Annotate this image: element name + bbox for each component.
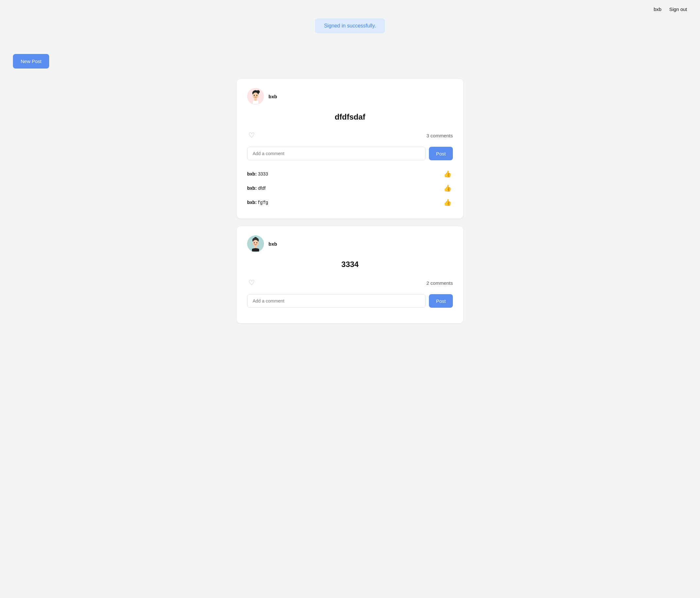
comment-item: bxb: dfdf 👍 — [247, 181, 453, 195]
like-button[interactable]: ♡ — [247, 131, 256, 140]
post-title: 3334 — [247, 260, 453, 269]
svg-point-9 — [254, 237, 257, 239]
avatar-svg — [248, 88, 263, 104]
post-card: bxb dfdfsdaf ♡ 3 comments Post — [237, 79, 463, 218]
avatar — [247, 88, 264, 105]
svg-point-3 — [253, 93, 258, 99]
avatar-image — [247, 88, 264, 105]
page-wrapper: bxb Sign out Signed in successfully. New… — [0, 0, 700, 598]
header-username: bxb — [654, 6, 661, 12]
comment-input[interactable] — [247, 294, 426, 308]
comment-item: bxb: 3333 👍 — [247, 167, 453, 181]
header: bxb Sign out — [0, 0, 700, 19]
comment-text: bxb: 3333 — [247, 171, 268, 177]
thumbsup-button[interactable]: 👍 — [442, 184, 453, 193]
like-button[interactable]: ♡ — [247, 278, 256, 288]
post-author-name: bxb — [269, 241, 277, 246]
comment-author: bxb: — [247, 171, 257, 177]
post-actions-row: ♡ 2 comments — [247, 278, 453, 288]
svg-point-12 — [256, 242, 257, 243]
comment-author: bxb: — [247, 200, 257, 205]
comments-count: 3 comments — [426, 133, 453, 138]
heart-icon: ♡ — [248, 279, 255, 286]
svg-point-5 — [256, 95, 257, 96]
flash-container: Signed in successfully. — [0, 19, 700, 44]
post-author-name: bxb — [269, 94, 277, 99]
svg-point-10 — [253, 240, 258, 246]
svg-point-4 — [254, 95, 255, 96]
comments-count: 2 comments — [426, 280, 453, 286]
comment-text: bxb: f'g'f'g — [247, 200, 268, 205]
heart-icon: ♡ — [248, 132, 255, 139]
signout-button[interactable]: Sign out — [669, 6, 687, 12]
comments-list: bxb: 3333 👍 bxb: dfdf 👍 bxb: — [247, 167, 453, 209]
flash-message: Signed in successfully. — [315, 19, 385, 33]
post-author-row: bxb — [247, 235, 453, 252]
comment-author: bxb: — [247, 185, 257, 191]
post-comment-button[interactable]: Post — [429, 147, 453, 160]
content-area: New Post — [0, 54, 700, 323]
svg-rect-13 — [254, 246, 257, 248]
svg-point-11 — [254, 242, 255, 243]
post-author-row: bxb — [247, 88, 453, 105]
avatar — [247, 235, 264, 252]
comment-input-row: Post — [247, 294, 453, 308]
avatar-image — [247, 235, 264, 252]
comment-input-row: Post — [247, 147, 453, 160]
avatar-svg — [248, 236, 263, 252]
post-actions-row: ♡ 3 comments — [247, 131, 453, 140]
comment-item: bxb: f'g'f'g 👍 — [247, 195, 453, 209]
svg-rect-6 — [254, 98, 257, 101]
post-card: bxb 3334 ♡ 2 comments Post — [237, 226, 463, 323]
post-title: dfdfsdaf — [247, 112, 453, 122]
thumbsup-button[interactable]: 👍 — [442, 170, 453, 178]
new-post-section: New Post — [13, 54, 687, 69]
posts-container: bxb dfdfsdaf ♡ 3 comments Post — [237, 79, 463, 323]
post-comment-button[interactable]: Post — [429, 294, 453, 308]
comment-text: bxb: dfdf — [247, 185, 266, 191]
thumbsup-button[interactable]: 👍 — [442, 198, 453, 207]
comment-input[interactable] — [247, 147, 426, 160]
new-post-button[interactable]: New Post — [13, 54, 49, 69]
